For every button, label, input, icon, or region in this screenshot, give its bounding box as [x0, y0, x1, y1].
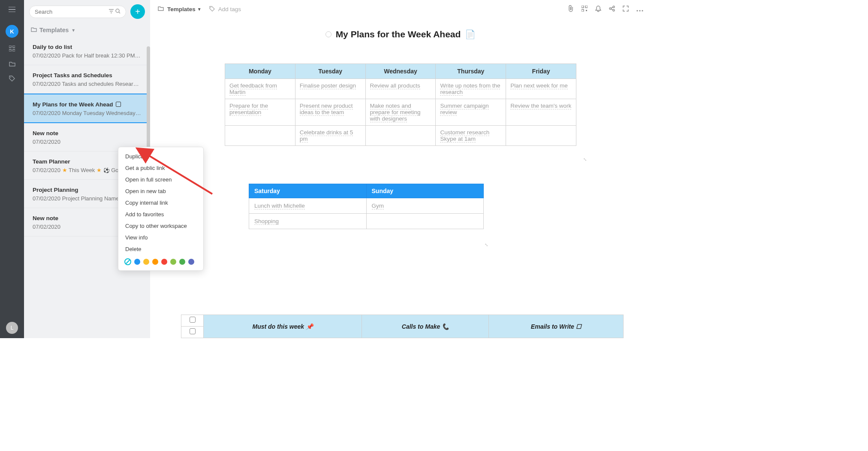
th-emails: Emails to Write ☐ — [489, 315, 624, 338]
color-none[interactable] — [124, 258, 131, 265]
cell[interactable]: Lunch with Michelle — [249, 198, 367, 214]
cell[interactable]: Finalise poster design — [295, 79, 365, 99]
svg-point-12 — [613, 6, 615, 8]
cell[interactable]: Plan next week for me — [506, 79, 576, 99]
th-wednesday: Wednesday — [365, 64, 436, 79]
qr-icon[interactable] — [582, 6, 588, 13]
color-dot[interactable] — [179, 259, 185, 265]
color-dot[interactable] — [134, 259, 140, 265]
svg-rect-2 — [9, 49, 11, 51]
cell[interactable]: Customer research Skype at 1am — [436, 126, 506, 146]
note-title: Project Planning — [33, 187, 78, 193]
th-sunday: Sunday — [366, 184, 484, 198]
note-title: Daily to do list — [33, 44, 72, 50]
note-sub: 07/02/2020 Pack for Half break 12:30 PM … — [33, 52, 142, 59]
document-emoji-icon: 📄 — [465, 29, 476, 39]
svg-point-15 — [639, 10, 640, 11]
cell[interactable] — [366, 214, 484, 229]
note-item[interactable]: Daily to do list 07/02/2020 Pack for Hal… — [24, 37, 150, 65]
cell[interactable]: Summer campaign review — [436, 99, 506, 126]
breadcrumb-folder-icon — [158, 6, 164, 12]
cell[interactable]: Review all products — [365, 79, 436, 99]
doc-icon — [116, 102, 121, 107]
cell[interactable]: Gym — [366, 198, 484, 214]
hamburger-icon[interactable] — [9, 6, 15, 14]
ctx-delete[interactable]: Delete — [118, 243, 203, 255]
svg-point-4 — [10, 77, 11, 78]
color-dot[interactable] — [188, 259, 194, 265]
cell[interactable]: Get feedback from Martin — [225, 79, 295, 99]
cell[interactable] — [225, 126, 295, 146]
svg-rect-10 — [586, 10, 587, 11]
more-icon[interactable] — [636, 6, 643, 13]
search-icon[interactable] — [115, 9, 121, 15]
note-title: New note — [33, 130, 58, 136]
bullet-icon[interactable] — [326, 31, 332, 37]
breadcrumb-templates[interactable]: Templates▼ — [167, 6, 202, 12]
resize-handle-icon[interactable]: ⤡ — [485, 242, 489, 247]
svg-rect-3 — [13, 49, 15, 51]
color-dot[interactable] — [170, 259, 176, 265]
search-input-container — [29, 6, 126, 18]
svg-rect-8 — [585, 6, 588, 8]
phone-icon: 📞 — [442, 323, 449, 330]
svg-point-16 — [642, 10, 643, 11]
folder-icon[interactable] — [9, 61, 15, 68]
th-tuesday: Tuesday — [295, 64, 365, 79]
tag-icon[interactable] — [9, 76, 15, 83]
note-title: My Plans for the Week Ahead — [33, 101, 113, 108]
svg-point-5 — [116, 9, 119, 12]
cell[interactable]: Review the team's work — [506, 99, 576, 126]
note-title: Team Planner — [33, 158, 70, 165]
ctx-favorites[interactable]: Add to favorites — [118, 209, 203, 220]
color-dot[interactable] — [152, 259, 158, 265]
color-dot[interactable] — [143, 259, 149, 265]
checkbox[interactable] — [190, 328, 196, 334]
ctx-fullscreen[interactable]: Open in full screen — [118, 174, 203, 185]
cell[interactable] — [506, 126, 576, 146]
note-sub: 07/02/2020 — [33, 139, 142, 145]
box-icon: ☐ — [576, 323, 582, 330]
note-item[interactable]: Project Tasks and Schedules 07/02/2020 T… — [24, 65, 150, 94]
folder-selector[interactable]: Templates ▼ — [24, 23, 150, 37]
share-icon[interactable] — [609, 6, 615, 13]
add-tags[interactable]: Add tags — [218, 6, 241, 12]
user-avatar[interactable]: K — [6, 25, 18, 38]
ctx-copy-workspace[interactable]: Copy to other workspace — [118, 220, 203, 232]
expand-icon[interactable] — [623, 6, 629, 13]
cell[interactable] — [365, 126, 436, 146]
ctx-public-link[interactable]: Get a public link — [118, 162, 203, 174]
pin-icon: 📌 — [306, 323, 313, 330]
th-mustdo: Must do this week 📌 — [204, 315, 362, 338]
ctx-duplicate[interactable]: Duplicate — [118, 151, 203, 162]
apps-icon[interactable] — [9, 45, 15, 53]
page-title[interactable]: My Plans for the Week Ahead — [336, 29, 461, 39]
ctx-view-info[interactable]: View info — [118, 232, 203, 243]
tag-small-icon — [209, 6, 215, 13]
ctx-new-tab[interactable]: Open in new tab — [118, 185, 203, 197]
folder-label: Templates — [39, 27, 69, 33]
svg-rect-7 — [582, 6, 584, 8]
svg-point-14 — [636, 10, 638, 11]
checkbox[interactable] — [190, 317, 196, 323]
filter-icon[interactable] — [109, 9, 114, 15]
add-button[interactable]: + — [130, 4, 145, 19]
cell[interactable]: Prepare for the presentation — [225, 99, 295, 126]
th-saturday: Saturday — [249, 184, 367, 198]
second-avatar[interactable]: L — [6, 322, 18, 334]
note-item-active[interactable]: My Plans for the Week Ahead 07/02/2020 M… — [24, 94, 150, 123]
color-dot[interactable] — [161, 259, 167, 265]
resize-handle-icon[interactable]: ⤡ — [583, 157, 588, 161]
cell[interactable]: Make notes and prepare for meeting with … — [365, 99, 436, 126]
ctx-internal-link[interactable]: Copy internal link — [118, 197, 203, 209]
th-calls: Calls to Make 📞 — [362, 315, 489, 338]
cell[interactable]: Present new product ideas to the team — [295, 99, 365, 126]
cell[interactable]: Celebrate drinks at 5 pm — [295, 126, 365, 146]
weekend-table: Saturday Sunday Lunch with Michelle Gym … — [249, 184, 484, 229]
attachment-icon[interactable] — [568, 5, 574, 13]
cell[interactable]: Shopping — [249, 214, 367, 229]
th-thursday: Thursday — [436, 64, 506, 79]
cell[interactable]: Write up notes from the research — [436, 79, 506, 99]
search-input[interactable] — [35, 9, 107, 15]
bell-icon[interactable] — [595, 6, 601, 13]
